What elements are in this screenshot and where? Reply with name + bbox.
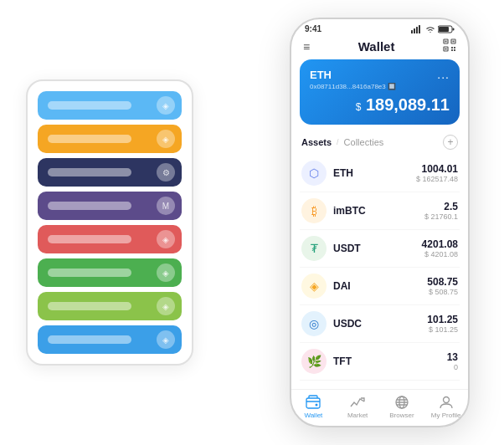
asset-name-eth: ETH: [333, 167, 416, 179]
asset-usd-imbtc: $ 21760.1: [424, 212, 458, 221]
svg-rect-16: [454, 49, 455, 51]
asset-usd-eth: $ 162517.48: [416, 175, 458, 183]
nav-market-label: Market: [347, 412, 368, 419]
svg-rect-17: [306, 398, 320, 408]
profile-nav-icon: [439, 395, 454, 410]
card-label-3: [48, 202, 131, 210]
browser-nav-icon: [394, 395, 409, 410]
assets-header: Assets / Collecties +: [291, 131, 468, 155]
eth-card-name: ETH: [310, 69, 332, 81]
market-nav-icon: [350, 395, 365, 410]
svg-rect-5: [453, 28, 455, 30]
card-item-2[interactable]: ⚙: [38, 158, 182, 187]
nav-profile-label: My Profile: [431, 412, 461, 419]
nav-wallet[interactable]: Wallet: [291, 395, 336, 419]
asset-amount-value-tft: 13: [447, 351, 458, 363]
asset-name-tft: TFT: [333, 355, 447, 367]
nav-market[interactable]: Market: [336, 395, 380, 419]
asset-amount-value-imbtc: 2.5: [424, 201, 458, 212]
status-bar: 9:41: [291, 19, 468, 35]
card-icon-5: ◈: [157, 263, 175, 282]
asset-amounts-eth: 1004.01$ 162517.48: [416, 163, 458, 183]
card-icon-6: ◈: [157, 297, 175, 315]
asset-amounts-dai: 508.75$ 508.75: [427, 276, 458, 296]
time-label: 9:41: [305, 24, 321, 33]
qr-icon[interactable]: [443, 38, 456, 54]
asset-name-imbtc: imBTC: [333, 205, 424, 217]
asset-name-usdc: USDC: [333, 318, 427, 330]
asset-amounts-tft: 130: [447, 351, 458, 371]
tab-collectibles[interactable]: Collecties: [344, 137, 384, 147]
status-icons: [411, 25, 455, 33]
asset-item-usdt[interactable]: ₮USDT4201.08$ 4201.08: [300, 230, 460, 268]
card-item-6[interactable]: ◈: [38, 292, 182, 320]
assets-tabs: Assets / Collecties: [301, 137, 383, 147]
wifi-icon: [425, 25, 435, 33]
asset-list: ⬡ETH1004.01$ 162517.48₿imBTC2.5$ 21760.1…: [291, 155, 468, 389]
asset-amounts-usdt: 4201.08$ 4201.08: [422, 238, 458, 258]
signal-icon: [411, 25, 423, 33]
card-icon-3: M: [157, 197, 175, 215]
svg-rect-13: [451, 47, 453, 49]
asset-amounts-imbtc: 2.5$ 21760.1: [424, 201, 458, 221]
card-label-2: [48, 168, 131, 176]
svg-point-24: [443, 397, 449, 403]
card-icon-2: ⚙: [157, 163, 175, 182]
card-item-0[interactable]: ◈: [38, 91, 182, 120]
tab-assets[interactable]: Assets: [301, 137, 332, 147]
svg-rect-6: [439, 27, 449, 32]
nav-wallet-label: Wallet: [304, 412, 322, 419]
card-label-7: [48, 335, 131, 344]
bottom-nav: Wallet Market Browser: [291, 389, 468, 426]
phone-mockup: 9:41: [290, 18, 470, 427]
page-title: Wallet: [358, 39, 395, 54]
card-label-5: [48, 269, 131, 277]
card-item-5[interactable]: ◈: [38, 258, 182, 287]
asset-name-usdt: USDT: [333, 243, 422, 254]
asset-item-eth[interactable]: ⬡ETH1004.01$ 162517.48: [300, 155, 460, 192]
card-label-4: [48, 235, 131, 243]
add-asset-button[interactable]: +: [443, 135, 458, 150]
card-item-3[interactable]: M: [38, 192, 182, 220]
asset-item-usdc[interactable]: ◎USDC101.25$ 101.25: [300, 305, 460, 343]
asset-usd-tft: 0: [447, 363, 458, 371]
asset-name-dai: DAI: [333, 280, 427, 292]
asset-item-tft[interactable]: 🌿TFT130: [300, 343, 460, 381]
svg-rect-1: [414, 28, 415, 33]
card-icon-7: ◈: [157, 330, 175, 349]
battery-icon: [438, 25, 455, 33]
eth-card-balance: $ 189,089.11: [310, 95, 450, 115]
card-label-1: [48, 135, 131, 143]
asset-item-imbtc[interactable]: ₿imBTC2.5$ 21760.1: [300, 192, 460, 230]
card-icon-0: ◈: [157, 96, 175, 115]
nav-profile[interactable]: My Profile: [424, 395, 468, 419]
nav-browser-label: Browser: [389, 412, 414, 419]
svg-rect-10: [452, 41, 454, 43]
svg-rect-0: [411, 30, 413, 33]
nav-browser[interactable]: Browser: [380, 395, 424, 419]
svg-rect-3: [419, 25, 420, 33]
card-item-4[interactable]: ◈: [38, 225, 182, 253]
asset-usd-usdt: $ 4201.08: [422, 250, 458, 258]
svg-rect-15: [451, 49, 453, 51]
card-icon-4: ◈: [157, 230, 175, 248]
card-item-7[interactable]: ◈: [38, 325, 182, 354]
eth-card-address: 0x08711d38...8416a78e3 🔲: [310, 83, 450, 90]
scene: ◈◈⚙M◈◈◈◈ 9:41: [9, 9, 495, 436]
eth-card-options[interactable]: ...: [437, 68, 450, 81]
card-label-0: [48, 101, 131, 110]
svg-rect-8: [445, 41, 446, 43]
svg-rect-2: [416, 27, 418, 33]
asset-icon-usdt: ₮: [301, 236, 327, 261]
tab-separator: /: [337, 138, 339, 146]
svg-rect-14: [454, 47, 455, 49]
currency-symbol: $: [356, 101, 362, 113]
svg-point-18: [316, 404, 318, 407]
eth-card[interactable]: ETH ... 0x08711d38...8416a78e3 🔲 $ 189,0…: [300, 59, 460, 125]
balance-amount: 189,089.11: [366, 95, 450, 114]
svg-rect-12: [445, 49, 446, 50]
menu-icon[interactable]: ≡: [303, 40, 310, 54]
asset-icon-imbtc: ₿: [301, 198, 327, 223]
asset-item-dai[interactable]: ◈DAI508.75$ 508.75: [300, 268, 460, 305]
card-item-1[interactable]: ◈: [38, 125, 182, 153]
